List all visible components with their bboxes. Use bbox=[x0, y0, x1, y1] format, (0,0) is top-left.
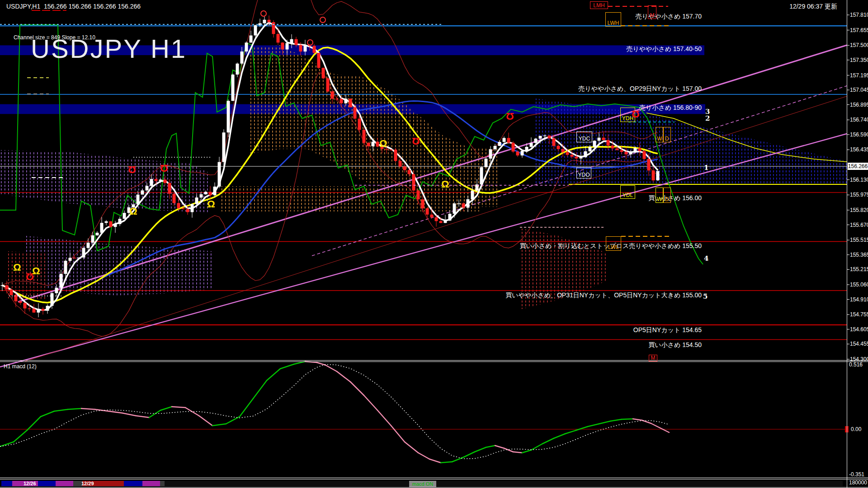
session-segment bbox=[160, 481, 165, 486]
axis-tick-label: 155.365 bbox=[850, 252, 868, 258]
pivot-box-label: YDL bbox=[623, 192, 633, 198]
macd-toggle-button[interactable]: macd ON bbox=[409, 481, 436, 487]
pivot-box-d[interactable]: D bbox=[663, 188, 671, 203]
axis-tick-label: 155.670 bbox=[850, 222, 868, 228]
axis-tick-label: 157.195 bbox=[850, 72, 868, 79]
buy-signal-icon: Ω bbox=[441, 180, 449, 189]
sell-signal-icon: Ω bbox=[160, 164, 168, 173]
session-segment bbox=[56, 481, 73, 486]
pivot-box-d[interactable]: D bbox=[663, 127, 671, 142]
pivot-box-label: W bbox=[657, 136, 662, 142]
buy-signal-icon: Ω bbox=[129, 207, 137, 216]
quote-underline bbox=[52, 10, 61, 11]
macd-axis-label: 0.516 bbox=[849, 361, 863, 368]
current-price-tag: 156.266 bbox=[848, 163, 868, 170]
macd-indicator bbox=[0, 361, 849, 463]
axis-tick-label: 157.045 bbox=[850, 87, 868, 93]
pivot-box-label: LWL bbox=[608, 244, 619, 250]
order-annotation: 買い小さめ 154.50 bbox=[648, 341, 702, 349]
pivot-box-label: LMH bbox=[593, 3, 604, 9]
price-axis-line bbox=[847, 0, 847, 488]
pivot-box-ydl[interactable]: YDL bbox=[620, 185, 635, 199]
trading-terminal: USDJPY,H1 156.266 156.266 156.266 156.26… bbox=[0, 0, 868, 488]
macd-panel-label: H1 macd (12) bbox=[4, 363, 37, 370]
order-annotation: 売りやや小さめ 157.70 bbox=[636, 13, 702, 21]
buy-signal-icon: Ω bbox=[379, 139, 387, 148]
axis-tick-label: 155.820 bbox=[850, 207, 868, 213]
wave-number-4: 4 bbox=[704, 254, 708, 263]
session-segment bbox=[1, 481, 12, 486]
pivot-box-lwh[interactable]: LWH bbox=[605, 12, 621, 27]
axis-tick-label: 155.515 bbox=[850, 237, 868, 243]
sell-signal-icon: Ω bbox=[632, 109, 640, 118]
axis-tick-label: 156.590 bbox=[850, 131, 868, 138]
panel-separator[interactable] bbox=[0, 478, 868, 478]
pivot-box-lwl[interactable]: LWL bbox=[606, 236, 621, 251]
axis-tick-label: 155.215 bbox=[850, 266, 868, 272]
buy-signal-icon: Ω bbox=[13, 263, 21, 272]
watermark: USDJPY H1 bbox=[31, 33, 187, 64]
axis-tick-label: 157.810 bbox=[850, 12, 868, 18]
sell-signal-icon: Ω bbox=[412, 136, 420, 145]
panel-separator bbox=[0, 361, 868, 362]
panel-separator bbox=[0, 479, 868, 479]
session-date-label: 12/26 bbox=[24, 481, 36, 486]
pivot-box-m[interactable]: M bbox=[649, 355, 657, 361]
order-annotation: 売りやや小さめ 157.40-50 bbox=[626, 45, 702, 53]
symbol-title: USDJPY,H1 156.266 156.266 156.266 156.26… bbox=[6, 3, 141, 10]
update-timestamp: 12/29 06:37 更新 bbox=[789, 3, 837, 11]
session-segment bbox=[73, 481, 82, 486]
axis-tick-label: 155.060 bbox=[850, 282, 868, 288]
pivot-box-label: M bbox=[651, 355, 656, 361]
pivot-box-ydc[interactable]: YDC bbox=[576, 131, 592, 142]
session-segment bbox=[124, 481, 142, 486]
wave-number-5: 5 bbox=[703, 292, 708, 300]
order-annotation: OP5日NYカット 154.65 bbox=[633, 326, 702, 334]
quote-underline bbox=[63, 10, 66, 11]
pivot-box-ydo[interactable]: YDO bbox=[576, 167, 591, 178]
session-segment bbox=[38, 481, 56, 486]
session-segment bbox=[142, 481, 160, 486]
sell-signal-icon: Ω bbox=[506, 112, 514, 121]
wave-number-1: 1 bbox=[704, 164, 708, 172]
order-annotation: 売り小さめ 156.80-90 bbox=[639, 104, 702, 112]
quote-underline bbox=[42, 10, 50, 11]
buy-signal-icon: Ω bbox=[207, 200, 215, 209]
axis-tick-label: 156.895 bbox=[850, 102, 868, 108]
axis-tick-label: 154.755 bbox=[850, 311, 868, 318]
axis-tick-label: 156.435 bbox=[850, 146, 868, 153]
pivot-box-m[interactable]: M bbox=[648, 5, 656, 19]
macd-axis-label: -0.351 bbox=[849, 471, 864, 478]
quote-underline bbox=[32, 10, 40, 11]
pivot-box-label: W bbox=[657, 197, 662, 202]
price-chart-canvas[interactable] bbox=[0, 0, 868, 488]
session-date-label: 12/29 bbox=[81, 481, 94, 486]
axis-tick-label: 154.605 bbox=[850, 326, 868, 333]
panel-separator[interactable] bbox=[0, 360, 868, 361]
axis-tick-label: 154.910 bbox=[850, 296, 868, 303]
macd-axis-label: 0.00 bbox=[851, 426, 861, 432]
sell-signal-icon: Ω bbox=[128, 165, 136, 174]
bottom-border bbox=[0, 487, 868, 488]
order-annotation: 買いやや小さめ、OP31日NYカット、OP5日NYカット大きめ 155.00 bbox=[505, 291, 702, 300]
pivot-box-label: YDO bbox=[578, 172, 590, 178]
axis-tick-label: 154.455 bbox=[850, 341, 868, 347]
axis-tick-label: 155.975 bbox=[850, 192, 868, 198]
macd-axis-label: 180000 bbox=[849, 479, 867, 486]
axis-tick-label: 156.130 bbox=[850, 177, 868, 183]
pivot-box-label: YDC bbox=[579, 136, 590, 142]
pivot-box-label: M bbox=[650, 13, 655, 19]
pivot-box-lmh[interactable]: LMH bbox=[590, 1, 608, 9]
pivot-box-label: LWH bbox=[608, 20, 619, 26]
order-annotation: 売りやや小さめ、OP29日NYカット 157.00 bbox=[578, 85, 702, 93]
wave-number-2: 2 bbox=[705, 114, 710, 122]
buy-signal-icon: Ω bbox=[32, 267, 40, 276]
axis-tick-label: 157.655 bbox=[850, 27, 868, 33]
axis-tick-label: 157.350 bbox=[850, 57, 868, 63]
axis-tick-label: 157.500 bbox=[850, 42, 868, 48]
pivot-box-label: D bbox=[665, 136, 669, 142]
pivot-box-label: D bbox=[665, 197, 669, 202]
axis-tick-label: 156.740 bbox=[850, 117, 868, 123]
session-segment bbox=[165, 481, 843, 486]
